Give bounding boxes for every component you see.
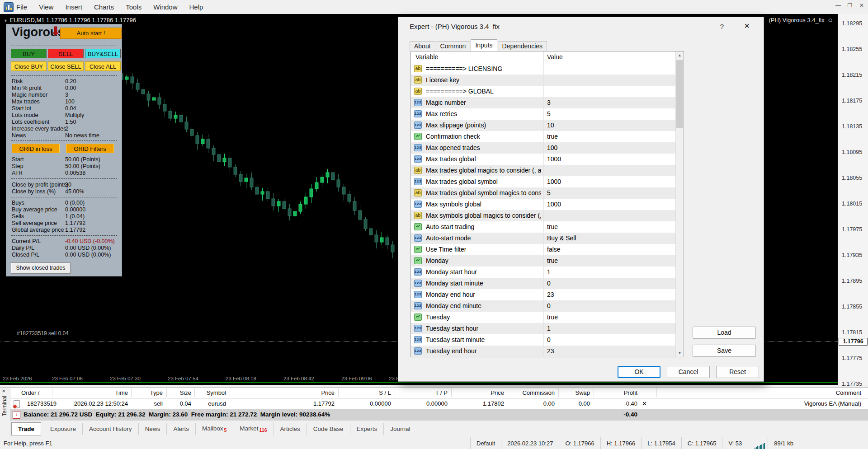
column-separator[interactable] (508, 388, 508, 397)
column-header-swap[interactable]: Swap (575, 389, 590, 396)
column-separator[interactable] (338, 388, 339, 397)
tab-common[interactable]: Common (436, 41, 471, 51)
terminal-tab-account-history[interactable]: Account History (83, 423, 139, 435)
column-header-time[interactable]: Time (115, 389, 128, 396)
terminal-tab-news[interactable]: News (139, 423, 167, 435)
terminal-tab-articles[interactable]: Articles (274, 423, 307, 435)
terminal-tab-mailbox[interactable]: Mailbox5 (196, 422, 233, 435)
column-separator[interactable] (52, 388, 52, 397)
column-header-symbol[interactable]: Symbol (207, 389, 226, 396)
buy-button[interactable]: BUY (11, 49, 47, 58)
terminal-tab-alerts[interactable]: Alerts (167, 423, 196, 435)
param-row[interactable]: 123Auto-start modeBuy & Sell (411, 233, 676, 244)
scroll-down-icon[interactable]: ▼ (676, 349, 684, 357)
param-row[interactable]: Confirmation checktrue (411, 131, 676, 142)
tab-inputs[interactable]: Inputs (471, 39, 497, 51)
load-button[interactable]: Load (693, 327, 756, 339)
chevron-down-icon[interactable]: ▼ (4, 19, 8, 23)
column-header-comment[interactable]: Comment (836, 389, 861, 396)
param-row[interactable]: 123Monday start hour1 (411, 267, 676, 278)
column-header-type[interactable]: Type (150, 389, 163, 396)
column-separator[interactable] (395, 388, 395, 397)
param-row[interactable]: 123Max trades global1000 (411, 154, 676, 165)
column-separator[interactable] (451, 388, 452, 397)
column-header-profit[interactable]: Profit (624, 389, 637, 396)
param-row[interactable]: Auto-start tradingtrue (411, 221, 676, 233)
scroll-up-icon[interactable]: ▲ (676, 51, 684, 59)
column-separator[interactable] (230, 388, 230, 397)
scrollbar[interactable]: ▲ ▼ (675, 51, 684, 357)
menu-help[interactable]: Help (189, 3, 203, 11)
reset-button[interactable]: Reset (716, 366, 759, 378)
column-header-commission[interactable]: Commission (522, 389, 555, 396)
tab-dependencies[interactable]: Dependencies (498, 41, 547, 51)
terminal-tab-exposure[interactable]: Exposure (44, 423, 83, 435)
scrollbar-thumb[interactable] (676, 60, 683, 128)
menu-insert[interactable]: Insert (65, 3, 82, 11)
param-row[interactable]: 123Max opened trades100 (411, 142, 676, 154)
param-row[interactable]: Mondaytrue (411, 255, 676, 267)
column-header-t-p[interactable]: T / P (435, 389, 448, 396)
menu-tools[interactable]: Tools (126, 3, 142, 11)
cancel-button[interactable]: Cancel (667, 366, 710, 378)
param-row[interactable]: ab==========> GLOBAL (411, 86, 676, 97)
column-separator[interactable] (594, 388, 594, 397)
param-row[interactable]: abLicense key (411, 75, 676, 86)
param-row[interactable]: 123Max slippage (points)10 (411, 120, 676, 131)
column-header-price[interactable]: Price (491, 389, 504, 396)
param-row[interactable]: 123Tuesday start hour1 (411, 323, 676, 334)
sell-button[interactable]: SELL (48, 49, 84, 58)
close-sell-button[interactable]: Close SELL (48, 61, 84, 71)
close-order-icon[interactable]: ✕ (642, 400, 647, 407)
terminal-tab-code-base[interactable]: Code Base (307, 423, 350, 435)
close-buy-button[interactable]: Close BUY (11, 61, 47, 71)
status-profile[interactable]: Default (470, 437, 501, 449)
param-row[interactable]: 123Monday end hour23 (411, 289, 676, 300)
param-row[interactable]: 123Tuesday start minute0 (411, 334, 676, 346)
grid-filters-button[interactable]: GRID Filters (66, 144, 114, 153)
column-separator[interactable] (656, 388, 657, 397)
minimize-icon[interactable]: — (835, 2, 842, 9)
save-button[interactable]: Save (693, 345, 756, 357)
column-header-size[interactable]: Size (180, 389, 191, 396)
param-row[interactable]: abMax trades global symbol magics to con… (411, 187, 676, 199)
restore-icon[interactable]: ❐ (846, 2, 854, 9)
close-icon[interactable]: ✕ (2, 388, 5, 393)
param-row[interactable]: 123Tuesday end hour23 (411, 346, 676, 357)
show-closed-trades-button[interactable]: Show closed trades (11, 262, 71, 274)
param-row[interactable]: 123Max trades global symbol1000 (411, 176, 676, 187)
param-row[interactable]: 123Monday end minute0 (411, 300, 676, 312)
tab-about[interactable]: About (410, 41, 435, 51)
menu-file[interactable]: File (16, 3, 27, 11)
column-separator[interactable] (131, 388, 132, 397)
order-row[interactable]: 1827335192026.02.23 12:50:24sell0.04euru… (0, 398, 868, 410)
column-separator[interactable] (194, 388, 195, 397)
menu-view[interactable]: View (39, 3, 53, 11)
help-icon[interactable]: ? (720, 23, 724, 30)
close-icon[interactable]: ✕ (858, 2, 865, 9)
column-divider[interactable] (543, 51, 544, 63)
menu-window[interactable]: Window (153, 3, 177, 11)
param-row[interactable]: 123Max symbols global1000 (411, 199, 676, 210)
terminal-tab-trade[interactable]: Trade (11, 422, 41, 435)
param-row[interactable]: 123Max retries5 (411, 108, 676, 120)
menu-charts[interactable]: Charts (94, 3, 114, 11)
param-row[interactable]: abMax trades global magics to consider (… (411, 165, 676, 176)
column-header-price[interactable]: Price (321, 389, 335, 396)
auto-start-button[interactable]: Auto start ! (60, 28, 122, 39)
close-icon[interactable]: ✕ (744, 22, 750, 30)
ok-button[interactable]: OK (618, 366, 660, 378)
column-separator[interactable] (166, 388, 167, 397)
param-row[interactable]: Use Time filterfalse (411, 244, 676, 255)
terminal-tab-journal[interactable]: Journal (384, 423, 417, 435)
column-separator[interactable] (558, 388, 559, 397)
buy-sell-button[interactable]: BUY&SELL (85, 49, 121, 58)
param-row[interactable]: 123Monday start minute0 (411, 278, 676, 289)
terminal-tab-market[interactable]: Market116 (233, 422, 274, 435)
column-header-order[interactable]: Order / (21, 389, 39, 396)
param-row[interactable]: ab==========> LICENSING (411, 63, 676, 75)
price-axis[interactable]: 1.17796 1.182951.182551.182151.181751.18… (838, 14, 868, 385)
column-header-s-l[interactable]: S / L (379, 389, 391, 396)
param-row[interactable]: abMax symbols global magics to consider … (411, 210, 676, 221)
close-all-button[interactable]: Close ALL (85, 61, 121, 71)
